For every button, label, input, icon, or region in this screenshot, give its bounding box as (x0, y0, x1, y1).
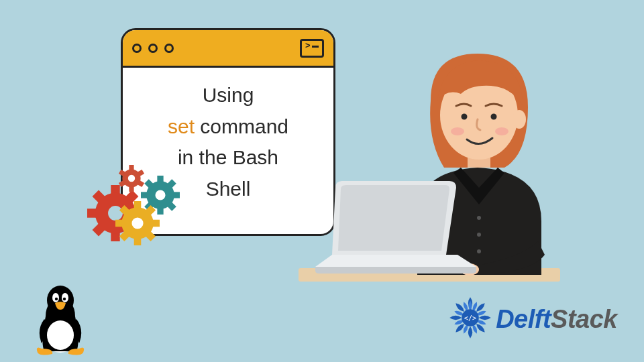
svg-point-29 (55, 298, 58, 300)
title-line-2-rest: command (195, 115, 288, 137)
svg-point-18 (495, 127, 508, 135)
window-dot-icon (164, 44, 174, 53)
svg-point-8 (155, 190, 165, 200)
window-controls (132, 44, 174, 53)
svg-point-17 (451, 127, 464, 135)
svg-point-25 (47, 320, 74, 350)
svg-point-21 (477, 216, 481, 220)
svg-point-30 (63, 298, 66, 300)
terminal-icon (300, 39, 324, 58)
svg-point-22 (477, 233, 481, 237)
title-line-1: Using (136, 80, 320, 111)
laptop-illustration (315, 181, 476, 282)
brand-part-1: Delft (496, 305, 551, 333)
gears-cluster (87, 146, 208, 253)
gear-yellow-icon (115, 201, 160, 245)
delftstack-wordmark: DelftStack (496, 305, 617, 334)
svg-point-16 (491, 114, 497, 120)
svg-point-5 (128, 175, 135, 182)
svg-point-27 (52, 293, 59, 302)
svg-point-14 (513, 110, 526, 129)
delftstack-logo: </> DelftStack (449, 296, 617, 342)
window-titlebar (123, 30, 333, 68)
tux-linux-icon (27, 282, 94, 355)
svg-point-15 (462, 114, 468, 120)
delftstack-logo-icon: </> (449, 296, 492, 342)
title-line-2: set command (136, 111, 320, 143)
title-highlight: set (168, 115, 195, 137)
brand-part-2: Stack (551, 305, 617, 333)
svg-point-23 (477, 249, 481, 253)
svg-text:</>: </> (464, 314, 477, 322)
svg-point-28 (62, 293, 68, 302)
svg-point-11 (131, 217, 143, 229)
window-dot-icon (148, 44, 158, 53)
window-dot-icon (132, 44, 142, 53)
svg-point-26 (47, 286, 74, 315)
